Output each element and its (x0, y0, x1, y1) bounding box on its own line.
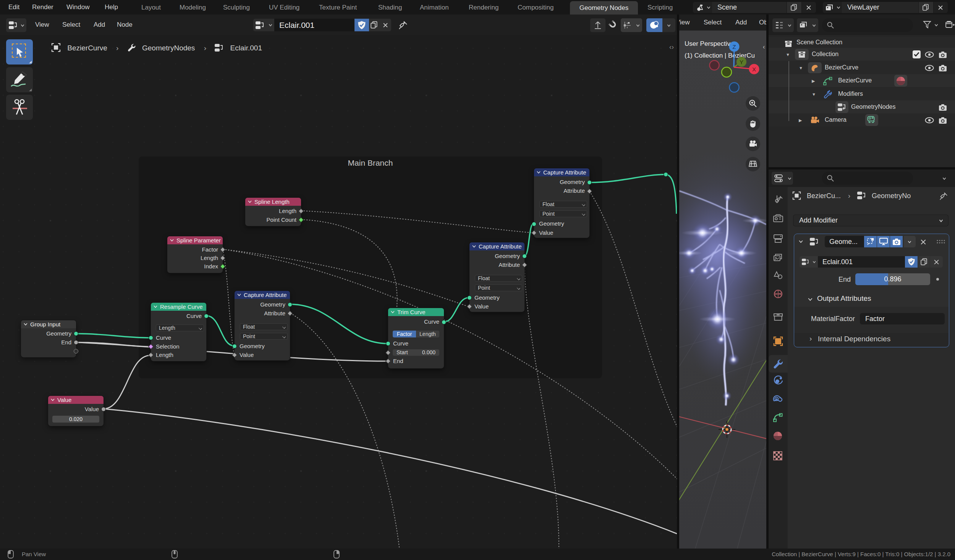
svg-text:X: X (752, 66, 756, 73)
svg-text:Y: Y (740, 59, 743, 65)
svg-text:Z: Z (732, 44, 736, 50)
